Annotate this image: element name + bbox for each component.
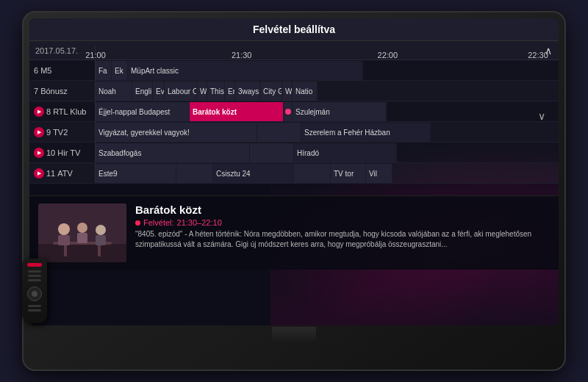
svg-rect-8 (77, 233, 87, 243)
svg-rect-6 (58, 235, 70, 245)
timeline-header: 2017.05.17. 21:00 21:30 22:00 22:30 ∧ (29, 41, 559, 60)
tv-outer: Felvétel beállítva 2017.05.17. 21:00 21:… (22, 11, 566, 371)
list-item[interactable] (176, 164, 213, 183)
title-bar: Felvétel beállítva (29, 18, 559, 41)
list-item[interactable]: Ev (153, 82, 165, 101)
epg-grid: 6 M5 Fa Ek MüpArt classic 7 Bónusz (29, 60, 559, 184)
ch-name: ATV (57, 169, 73, 178)
svg-point-5 (58, 223, 70, 235)
channel-label-bonusz: 7 Bónusz (29, 81, 96, 101)
ch-name: TV2 (53, 128, 68, 137)
programs-m5: Fa Ek MüpArt classic (96, 60, 559, 80)
info-panel: Barátok közt Felvétel: 21:30–22:10 "8405… (29, 195, 559, 270)
programs-hirtv: Szabadfogás Híradó (96, 143, 559, 162)
ch-number: 11 (46, 169, 55, 178)
table-row: ▶ 11 ATV Este9 Csisztu 24 TV tor Vil (29, 163, 559, 184)
programs-bonusz: Noah Engli Ev Labour O W This Er 3ways2 … (96, 81, 559, 101)
info-time-value: 21:30–22:10 (177, 218, 222, 227)
svg-point-7 (77, 223, 87, 233)
tv-stand (272, 327, 316, 342)
table-row: ▶ 9 TV2 Vigyázat, gyerekkel vagyok! Szer… (29, 122, 559, 143)
programs-tv2: Vigyázat, gyerekkel vagyok! Szerelem a F… (96, 122, 559, 142)
list-item[interactable]: Csisztu 24 (213, 164, 294, 183)
channel-label-tv2: ▶ 9 TV2 (29, 122, 96, 142)
remote-center (32, 291, 37, 297)
svg-rect-4 (98, 245, 101, 256)
list-item[interactable]: Labour O (165, 82, 197, 101)
info-text-panel: Barátok közt Felvétel: 21:30–22:10 "8405… (135, 203, 550, 262)
scroll-down-btn[interactable]: ∨ (29, 110, 553, 122)
remote-control-container (22, 259, 47, 323)
record-icon: ▶ (34, 148, 44, 158)
info-description: "8405. epizód" - A héten történik: Nóra … (135, 229, 550, 250)
svg-point-9 (96, 225, 106, 235)
list-item[interactable]: Vigyázat, gyerekkel vagyok! (96, 123, 257, 142)
list-item[interactable]: Fa (96, 61, 112, 80)
record-label: Felvétel: (143, 218, 174, 227)
ch-number: 10 (46, 148, 55, 157)
programs-atv: Este9 Csisztu 24 TV tor Vil (96, 163, 559, 183)
ch-name: Bónusz (40, 87, 68, 96)
time-label-1: 21:00 (85, 51, 106, 60)
table-row: 7 Bónusz Noah Engli Ev Labour O W This E… (29, 81, 559, 101)
remote-power-btn[interactable] (27, 263, 42, 267)
ch-number: 9 (46, 128, 51, 137)
time-label-2: 21:30 (232, 51, 252, 60)
list-item[interactable]: Szabadfogás (96, 143, 250, 162)
recording-dot (135, 220, 140, 226)
channel-label-hirtv: ▶ 10 Hir TV (29, 143, 96, 162)
list-item[interactable] (294, 164, 331, 183)
list-item[interactable] (250, 143, 294, 162)
list-item[interactable]: City G (260, 82, 282, 101)
list-item[interactable]: W (197, 82, 207, 101)
list-item[interactable]: Noah (96, 82, 132, 101)
info-title: Barátok közt (135, 203, 550, 216)
program-thumbnail (38, 203, 126, 262)
list-item[interactable] (257, 123, 301, 142)
list-item[interactable]: 3ways2 (235, 82, 260, 101)
list-item[interactable]: Er (225, 82, 235, 101)
ch-number: 6 (34, 66, 38, 75)
remote-btn-5 (28, 309, 41, 311)
remote-btn-1 (28, 270, 41, 273)
svg-rect-1 (38, 244, 126, 262)
list-item[interactable]: Híradó (294, 143, 397, 162)
list-item[interactable]: Szerelem a Fehér Házban (301, 123, 431, 142)
svg-rect-10 (96, 235, 106, 245)
list-item[interactable]: MüpArt classic (128, 61, 363, 80)
record-icon: ▶ (34, 168, 44, 179)
list-item[interactable]: Vil (366, 164, 392, 183)
remote-btn-2 (28, 275, 41, 277)
info-time: Felvétel: 21:30–22:10 (135, 218, 550, 227)
svg-rect-3 (64, 245, 67, 256)
list-item[interactable]: W (282, 82, 293, 101)
tv-screen: Felvétel beállítva 2017.05.17. 21:00 21:… (29, 18, 559, 325)
table-row: ▶ 10 Hir TV Szabadfogás Híradó (29, 143, 559, 163)
table-row: 6 M5 Fa Ek MüpArt classic (29, 60, 559, 81)
thumb-image (38, 203, 126, 262)
time-label-4: 22:30 (528, 51, 548, 60)
thumb-scene (38, 203, 126, 262)
time-label-3: 22:00 (378, 51, 398, 60)
app-title: Felvétel beállítva (253, 24, 335, 35)
remote-btn-3 (28, 279, 41, 281)
list-item[interactable]: Natio (293, 82, 318, 101)
ch-name: Hir TV (57, 148, 80, 157)
remote-control (22, 259, 47, 323)
list-item[interactable]: Este9 (96, 164, 176, 183)
channel-label-m5: 6 M5 (29, 60, 96, 80)
record-icon: ▶ (34, 127, 44, 137)
list-item[interactable]: Engli (132, 82, 153, 101)
remote-btn-4 (28, 305, 41, 307)
list-item[interactable]: Ek (112, 61, 128, 80)
list-item[interactable]: TV tor (331, 164, 366, 183)
ch-number: 7 (34, 87, 38, 96)
screen-content: Felvétel beállítva 2017.05.17. 21:00 21:… (29, 18, 559, 325)
remote-dpad[interactable] (27, 286, 42, 301)
ch-name: M5 (40, 66, 51, 75)
channel-label-atv: ▶ 11 ATV (29, 163, 96, 183)
list-item[interactable]: This (207, 82, 225, 101)
